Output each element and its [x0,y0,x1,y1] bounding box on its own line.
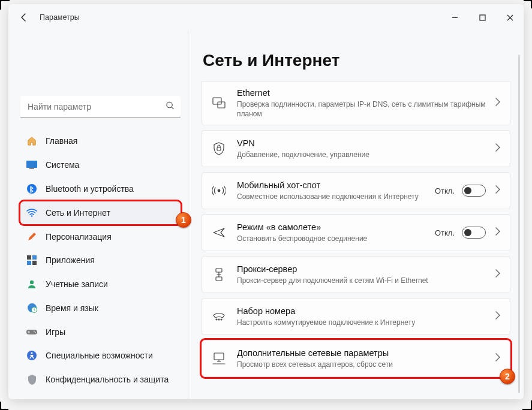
maximize-button[interactable] [468,8,496,27]
vpn-shield-icon [209,142,229,155]
chevron-right-icon [495,227,500,238]
minimize-button[interactable] [441,8,468,27]
card-subtitle: Прокси-сервер для подключений к сетям Wi… [237,276,495,285]
sidebar-item-home[interactable]: Главная [20,129,181,152]
svg-rect-23 [216,277,222,281]
svg-rect-2 [26,161,37,168]
sidebar-item-label: Игры [46,327,65,337]
card-subtitle: Просмотр всех сетевых адаптеров, сброс с… [237,360,495,369]
main-pane: Сеть и Интернет Ethernet Проверка подлин… [188,31,524,399]
back-button[interactable] [12,5,36,29]
svg-rect-22 [216,269,222,272]
svg-rect-9 [32,261,37,265]
svg-rect-8 [27,261,31,265]
accessibility-icon [26,350,37,361]
sidebar-item-label: Сеть и Интернет [46,208,110,218]
svg-point-14 [34,330,35,331]
scrollbar[interactable] [518,55,520,393]
ethernet-icon [209,97,229,109]
sidebar-item-accounts[interactable]: Учетные записи [20,273,181,296]
svg-point-5 [31,215,33,217]
card-title: VPN [237,138,495,149]
card-title: Режим «в самолете» [237,222,435,233]
svg-rect-0 [480,15,485,20]
chevron-right-icon [495,98,500,108]
card-subtitle: Добавление, подключение, управление [237,150,495,159]
card-title: Мобильный хот-спот [237,180,435,191]
chevron-right-icon [495,353,500,364]
airplane-toggle[interactable] [462,227,486,239]
globe-clock-icon [26,303,37,313]
toggle-state-label: Откл. [435,186,455,195]
sidebar-item-time-language[interactable]: Время и язык [20,297,181,319]
card-vpn[interactable]: VPN Добавление, подключение, управление [202,130,510,167]
wifi-icon [26,207,37,218]
svg-rect-6 [27,255,31,260]
chevron-right-icon [495,143,500,154]
chevron-right-icon [495,269,500,280]
svg-rect-27 [214,353,224,360]
sidebar-item-accessibility[interactable]: Специальные возможности [20,344,181,367]
sidebar: Главная Система Bluetooth и устройства С… [8,31,188,399]
card-title: Ethernet [237,88,495,99]
hotspot-icon [209,185,229,196]
card-subtitle: Настроить коммутируемое подключение к Ин… [237,318,495,327]
svg-point-21 [218,189,220,192]
card-title: Дополнительные сетевые параметры [237,348,495,359]
system-icon [26,159,37,170]
callout-badge-1: 1 [176,212,191,228]
card-dialup[interactable]: Набор номера Настроить коммутируемое под… [202,298,510,335]
settings-window: Параметры Главная Система [8,4,524,399]
card-title: Набор номера [237,306,495,317]
sidebar-item-label: Система [46,160,79,170]
sidebar-item-label: Персонализация [46,232,112,242]
card-advanced-network[interactable]: Дополнительные сетевые параметры Просмот… [202,340,510,377]
card-subtitle: Совместное использование подключения к И… [237,192,435,201]
search-input[interactable] [20,96,181,117]
person-icon [26,279,37,290]
toggle-state-label: Откл. [435,228,455,237]
search-field-wrap [20,96,181,117]
bluetooth-icon [26,183,37,194]
shield-icon [26,374,37,385]
sidebar-item-label: Приложения [46,255,95,265]
card-ethernet[interactable]: Ethernet Проверка подлинности, параметры… [202,81,510,125]
proxy-icon [209,268,229,281]
sidebar-item-label: Bluetooth и устройства [46,184,134,194]
sidebar-item-label: Время и язык [46,303,98,313]
close-button[interactable] [496,8,524,27]
sidebar-item-network[interactable]: Сеть и Интернет [20,201,181,224]
svg-point-15 [35,332,36,333]
svg-point-25 [218,319,220,320]
airplane-icon [209,227,229,239]
card-title: Прокси-сервер [237,264,495,275]
svg-rect-3 [29,168,34,169]
svg-point-10 [30,281,34,284]
sidebar-item-label: Главная [46,136,77,146]
card-proxy[interactable]: Прокси-сервер Прокси-сервер для подключе… [202,256,510,293]
svg-rect-7 [32,255,37,260]
window-title: Параметры [40,13,80,22]
card-airplane[interactable]: Режим «в самолете» Остановить беспроводн… [202,214,510,251]
sidebar-item-label: Учетные записи [46,279,108,289]
brush-icon [26,231,37,242]
sidebar-item-privacy[interactable]: Конфиденциальность и защита [20,368,181,391]
phone-icon [209,312,229,321]
sidebar-item-personalization[interactable]: Персонализация [20,225,181,248]
sidebar-item-system[interactable]: Система [20,153,181,176]
monitor-network-icon [209,352,229,364]
sidebar-item-label: Конфиденциальность и защита [46,375,169,384]
card-hotspot[interactable]: Мобильный хот-спот Совместное использова… [202,172,510,209]
card-subtitle: Проверка подлинности, параметры IP-и DNS… [237,100,495,119]
sidebar-item-apps[interactable]: Приложения [20,249,181,272]
svg-point-17 [31,352,33,354]
svg-point-26 [221,319,222,320]
hotspot-toggle[interactable] [462,185,486,197]
card-subtitle: Остановить беспроводное соединение [237,234,435,243]
apps-icon [26,255,37,266]
sidebar-item-gaming[interactable]: Игры [20,321,181,343]
svg-rect-20 [217,147,221,150]
chevron-right-icon [495,311,500,322]
svg-point-24 [216,319,217,320]
sidebar-item-bluetooth[interactable]: Bluetooth и устройства [20,177,181,200]
